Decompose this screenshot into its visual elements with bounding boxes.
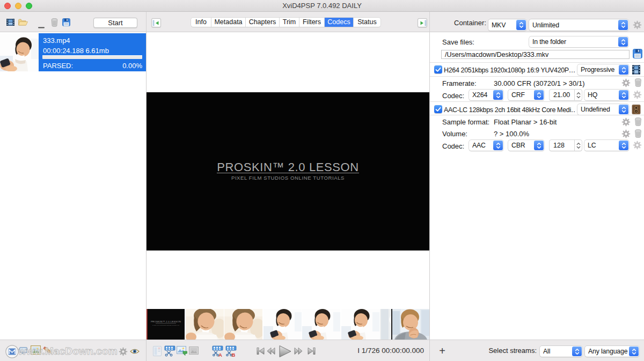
container-limit-select[interactable]: Unlimited bbox=[529, 19, 628, 31]
streams-select[interactable]: All bbox=[540, 346, 582, 357]
video-preview[interactable]: PROSKIN™ 2.0 LESSON PIXEL FILM STUDIOS O… bbox=[147, 92, 429, 251]
filmstrip[interactable]: PROSKIN™ 2.0 LESSONPIXEL FILM STUDIOS ON… bbox=[147, 309, 429, 340]
tab-metadata[interactable]: Metadata bbox=[211, 18, 246, 27]
filmstrip-frame-4[interactable] bbox=[264, 309, 302, 340]
audio-encoder-select[interactable]: AAC bbox=[469, 140, 503, 151]
tab-chapters[interactable]: Chapters bbox=[246, 18, 280, 27]
language-select[interactable]: Any language bbox=[585, 346, 639, 357]
cut-clip-icon[interactable] bbox=[164, 345, 175, 358]
save-frame-icon[interactable] bbox=[177, 346, 187, 357]
audio-stream-icon bbox=[632, 105, 641, 116]
save-path-icon[interactable] bbox=[633, 49, 642, 60]
left-panel-divider[interactable] bbox=[146, 32, 147, 361]
filmstrip-frame-6[interactable] bbox=[341, 309, 379, 340]
video-preset-select[interactable]: HQ bbox=[584, 90, 629, 100]
video-rate-mode-select[interactable]: CRF bbox=[508, 90, 544, 100]
toggle-left-panel-icon[interactable] bbox=[151, 18, 161, 27]
audio-track-select[interactable]: Undefined bbox=[577, 104, 629, 115]
tab-status[interactable]: Status bbox=[354, 18, 380, 27]
filmstrip-frame-1[interactable]: PROSKIN™ 2.0 LESSONPIXEL FILM STUDIOS ON… bbox=[147, 309, 185, 340]
window-title: XviD4PSP 7.0.492 DAILY bbox=[0, 0, 644, 12]
file-list-bottom-bar: www.MacDown.com bbox=[0, 340, 146, 361]
app-window: XviD4PSP 7.0.492 DAILY Start bbox=[0, 0, 644, 361]
sample-format-value: Float Planar > 16-bit bbox=[494, 118, 557, 126]
log-panel-icon[interactable] bbox=[153, 346, 162, 358]
fast-forward-button[interactable] bbox=[294, 347, 303, 355]
video-stream-title: H264 2051kbps 1920x1080p 16:9 YUV420P… bbox=[444, 67, 575, 74]
video-codec-gear-icon[interactable] bbox=[633, 90, 642, 101]
sample-format-gear-icon[interactable] bbox=[621, 117, 631, 128]
start-button[interactable]: Start bbox=[93, 18, 137, 28]
play-button[interactable] bbox=[279, 345, 292, 358]
video-encoder-select[interactable]: X264 bbox=[469, 90, 503, 100]
volume-trash-icon[interactable] bbox=[634, 129, 642, 139]
settings-gear-icon[interactable] bbox=[119, 347, 128, 358]
popup-stepper-icon bbox=[534, 141, 544, 150]
file-progress-bar bbox=[42, 55, 142, 59]
remove-file-icon[interactable] bbox=[38, 22, 45, 30]
framerate-trash-icon[interactable] bbox=[634, 78, 642, 89]
tab-trim[interactable]: Trim bbox=[280, 18, 299, 27]
popup-stepper-icon bbox=[619, 65, 628, 75]
separator bbox=[430, 101, 644, 102]
file-list-item[interactable]: 333.mp4 00:00:24.188 6.61mb PARSED: 0.00… bbox=[0, 33, 146, 71]
preview-eye-icon[interactable] bbox=[130, 348, 140, 356]
scan-type-select[interactable]: Progressive bbox=[577, 64, 629, 75]
add-stream-button[interactable]: + bbox=[436, 344, 449, 358]
save-files-label: Save files: bbox=[442, 38, 474, 46]
video-file-icon[interactable] bbox=[6, 19, 14, 27]
video-stream-checkbox[interactable] bbox=[434, 65, 442, 73]
tab-codecs[interactable]: Codecs bbox=[325, 18, 354, 27]
select-streams-label: Select streams: bbox=[488, 347, 537, 355]
clear-list-trash-icon[interactable] bbox=[51, 18, 58, 28]
container-settings-gear-icon[interactable] bbox=[633, 20, 642, 31]
filmstrip-frame-7[interactable] bbox=[380, 309, 391, 340]
video-rate-value-stepper[interactable]: 21.00 bbox=[550, 90, 582, 100]
audio-rate-value-stepper[interactable]: 128 bbox=[550, 140, 582, 151]
video-stream-icon bbox=[632, 65, 641, 76]
output-path-field[interactable]: /Users/macdown/Desktop/333.mkv bbox=[441, 50, 630, 59]
audio-rate-mode-select[interactable]: CBR bbox=[508, 140, 544, 151]
container-format-select[interactable]: MKV bbox=[488, 19, 526, 31]
tab-info[interactable]: Info bbox=[191, 18, 211, 27]
audio-profile-select[interactable]: LC bbox=[584, 140, 629, 151]
video-subtitle-text: PIXEL FILM STUDIOS ONLINE TUTORIALS bbox=[147, 175, 429, 181]
skip-to-start-button[interactable] bbox=[257, 347, 265, 355]
trim-start-a-icon[interactable]: A bbox=[212, 345, 223, 359]
volume-gear-icon[interactable] bbox=[621, 129, 631, 140]
volume-value: ? > 100.0% bbox=[494, 130, 529, 138]
popup-stepper-icon bbox=[619, 141, 628, 150]
separator bbox=[430, 115, 644, 115]
tab-filters[interactable]: Filters bbox=[299, 18, 325, 27]
popup-stepper-icon bbox=[493, 90, 503, 100]
filmstrip-frame-3[interactable] bbox=[224, 309, 262, 340]
sample-format-trash-icon[interactable] bbox=[634, 117, 642, 128]
right-panel-divider[interactable] bbox=[429, 32, 430, 361]
file-name: 333.mp4 bbox=[43, 36, 70, 45]
toolbar-divider-right bbox=[429, 12, 430, 32]
screenshot-icon[interactable] bbox=[189, 347, 199, 356]
audio-stream-checkbox[interactable] bbox=[434, 105, 442, 113]
popup-stepper-icon bbox=[516, 20, 526, 30]
open-folder-icon[interactable] bbox=[18, 19, 28, 27]
framerate-gear-icon[interactable] bbox=[621, 78, 631, 89]
separator bbox=[430, 62, 644, 63]
stepper-arrows-icon bbox=[574, 140, 582, 151]
audio-stream-title: AAC-LC 128kbps 2ch 16bit 48kHz Core Medi… bbox=[444, 106, 576, 114]
toggle-right-panel-icon[interactable] bbox=[418, 18, 427, 27]
separator bbox=[430, 76, 644, 77]
popup-stepper-icon bbox=[493, 141, 503, 150]
video-codec-label: Codec: bbox=[442, 92, 464, 100]
save-icon[interactable] bbox=[62, 18, 70, 28]
skip-to-end-button[interactable] bbox=[308, 347, 316, 355]
main-toolbar: Start Info Metadata Chapters Trim Filter… bbox=[0, 12, 644, 32]
save-mode-select[interactable]: In the folder bbox=[529, 36, 628, 47]
filmstrip-frame-8[interactable] bbox=[392, 309, 429, 340]
filmstrip-frame-2[interactable] bbox=[186, 309, 224, 340]
trim-end-b-icon[interactable]: B bbox=[225, 345, 237, 359]
file-status-percent: 0.00% bbox=[122, 62, 142, 70]
audio-codec-gear-icon[interactable] bbox=[633, 141, 642, 151]
rewind-button[interactable] bbox=[267, 347, 275, 355]
filmstrip-frame-5[interactable] bbox=[302, 309, 340, 340]
file-list-panel: 333.mp4 00:00:24.188 6.61mb PARSED: 0.00… bbox=[0, 32, 146, 361]
